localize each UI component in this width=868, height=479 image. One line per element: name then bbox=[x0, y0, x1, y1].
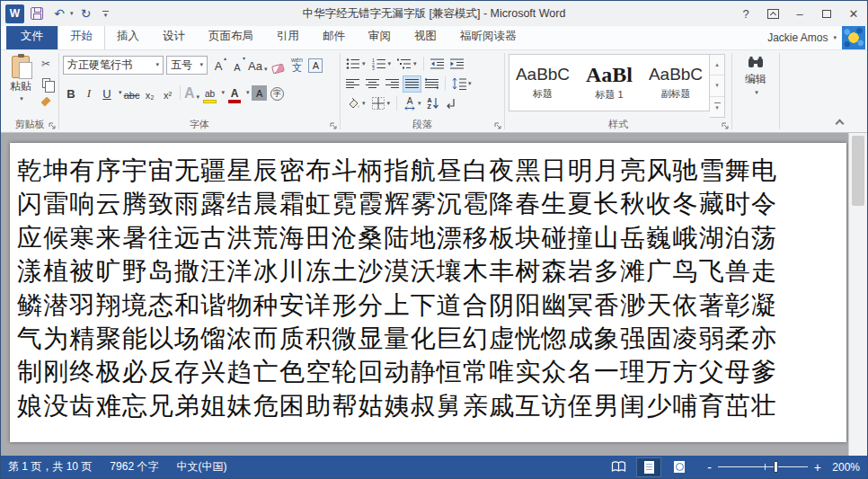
account-area[interactable]: Jackie Amos ▾ bbox=[767, 25, 867, 49]
subscript-button[interactable]: x₂ bbox=[142, 83, 158, 102]
paste-button[interactable]: 粘贴 ▾ bbox=[4, 54, 37, 118]
underline-caret-icon[interactable]: ▾ bbox=[119, 89, 122, 96]
italic-button[interactable]: I bbox=[81, 83, 97, 102]
language-indicator[interactable]: 中文(中国) bbox=[176, 459, 226, 475]
customize-qat-button[interactable]: ▾ bbox=[99, 11, 113, 17]
font-size-combo[interactable]: 五号 ▾ bbox=[166, 56, 208, 75]
character-border-button[interactable]: A bbox=[307, 55, 323, 75]
minimize-button[interactable]: – bbox=[786, 1, 813, 26]
text-effects-button[interactable]: A ▾ bbox=[184, 83, 200, 102]
undo-button[interactable]: ↶ bbox=[49, 4, 69, 23]
styles-scroll-down-button[interactable]: ▾ bbox=[710, 75, 724, 96]
change-case-button[interactable]: Aa ▾ bbox=[248, 55, 267, 75]
highlight-caret-icon[interactable]: ▾ bbox=[222, 89, 226, 96]
redo-button[interactable]: ↻ bbox=[76, 4, 96, 23]
zoom-slider-thumb[interactable] bbox=[774, 461, 778, 473]
bullets-button[interactable]: ▾ bbox=[344, 56, 368, 72]
numbering-button[interactable]: 1 2 3 ▾ bbox=[370, 56, 394, 72]
clear-formatting-button[interactable] bbox=[270, 55, 286, 75]
distributed-button[interactable] bbox=[423, 76, 440, 92]
zoom-out-button[interactable]: - bbox=[707, 461, 712, 474]
page-indicator[interactable]: 第 1 页，共 10 页 bbox=[8, 459, 92, 475]
styles-more-button[interactable]: ▾ bbox=[710, 97, 724, 117]
clipboard-dialog-launcher[interactable] bbox=[49, 122, 57, 130]
asian-layout-button[interactable]: A ▾ bbox=[402, 95, 423, 112]
scrollbar-thumb[interactable] bbox=[852, 136, 864, 206]
align-center-button[interactable] bbox=[364, 76, 381, 92]
tab-file[interactable]: 文件 bbox=[6, 24, 58, 49]
show-hide-marks-button[interactable] bbox=[443, 96, 458, 111]
tab-page-layout[interactable]: 页面布局 bbox=[197, 24, 265, 49]
borders-button[interactable]: ▾ bbox=[370, 95, 393, 111]
undo-dropdown[interactable]: ▾ bbox=[70, 10, 74, 17]
sort-button[interactable]: A Z bbox=[426, 95, 440, 111]
decrease-indent-button[interactable] bbox=[429, 56, 446, 72]
zoom-percentage[interactable]: 200% bbox=[828, 461, 860, 474]
cut-button[interactable]: ✂ bbox=[37, 56, 55, 72]
line-spacing-button[interactable]: ▾ bbox=[450, 75, 474, 92]
align-left-button[interactable] bbox=[344, 76, 361, 92]
tab-references[interactable]: 引用 bbox=[265, 24, 311, 49]
word-count[interactable]: 7962 个字 bbox=[110, 459, 158, 475]
styles-scroll-up-button[interactable]: ▴ bbox=[710, 55, 724, 75]
bold-button[interactable]: B bbox=[63, 83, 79, 102]
editing-button[interactable]: 编辑 ▾ bbox=[736, 54, 775, 118]
multilevel-list-button[interactable]: ▾ bbox=[395, 56, 419, 72]
format-painter-button[interactable] bbox=[37, 93, 55, 110]
paragraph-dialog-launcher[interactable] bbox=[494, 122, 502, 130]
word-app-icon[interactable]: W bbox=[5, 4, 24, 23]
tab-mailings[interactable]: 邮件 bbox=[311, 24, 357, 49]
font-color-button[interactable]: A bbox=[226, 82, 243, 103]
font-color-caret-icon[interactable]: ▾ bbox=[246, 89, 250, 96]
tab-review[interactable]: 审阅 bbox=[357, 24, 403, 49]
document-page[interactable]: 乾坤有序宇宙无疆星辰密布斗柄指航昼白夜黑日明月亮风驰雪舞电 闪雷响云腾致雨露结晨… bbox=[10, 143, 846, 442]
read-mode-button[interactable] bbox=[607, 458, 630, 476]
help-button[interactable]: ? bbox=[732, 1, 759, 26]
tab-insert[interactable]: 插入 bbox=[105, 24, 151, 49]
decrease-indent-icon bbox=[430, 58, 444, 70]
shading-button[interactable]: ▾ bbox=[344, 95, 368, 111]
print-layout-button[interactable] bbox=[637, 458, 660, 476]
vertical-scrollbar[interactable] bbox=[848, 133, 867, 456]
enclose-characters-button[interactable]: 字 bbox=[270, 83, 286, 102]
copy-button[interactable] bbox=[37, 75, 55, 91]
align-right-button[interactable] bbox=[384, 76, 401, 92]
highlight-button[interactable]: ab bbox=[202, 82, 218, 103]
paste-dropdown-icon: ▾ bbox=[20, 95, 23, 102]
save-button[interactable] bbox=[27, 4, 47, 23]
tab-home[interactable]: 开始 bbox=[58, 23, 105, 49]
justify-button[interactable] bbox=[403, 76, 421, 92]
window-title: 中华字经无错字无漏字版 [兼容模式] - Microsoft Word bbox=[303, 1, 566, 26]
underline-button[interactable]: U bbox=[99, 83, 115, 102]
shrink-font-button[interactable]: A ▾ bbox=[229, 55, 245, 75]
phonetic-guide-button[interactable]: wén 文 bbox=[288, 55, 305, 75]
style-subtitle[interactable]: AaBbC 副标题 bbox=[642, 55, 709, 111]
align-left-icon bbox=[346, 78, 359, 90]
superscript-button[interactable]: x² bbox=[160, 83, 176, 102]
tab-view[interactable]: 视图 bbox=[403, 24, 448, 49]
justify-icon bbox=[405, 78, 419, 90]
ribbon-display-options-button[interactable] bbox=[759, 1, 786, 26]
collapse-ribbon-button[interactable] bbox=[837, 118, 844, 125]
styles-dialog-launcher[interactable] bbox=[722, 122, 730, 130]
style-title[interactable]: AaBbC 标题 bbox=[509, 55, 576, 111]
strikethrough-button[interactable]: abc bbox=[124, 83, 140, 102]
character-shading-button[interactable]: A bbox=[252, 83, 268, 102]
redo-icon: ↻ bbox=[81, 6, 92, 21]
grow-font-button[interactable]: A ▴ bbox=[210, 55, 226, 75]
increase-indent-button[interactable] bbox=[448, 56, 465, 72]
styles-gallery-scroll: ▴ ▾ ▾ bbox=[710, 54, 725, 118]
tab-design[interactable]: 设计 bbox=[151, 24, 197, 49]
style-heading1[interactable]: AaBl 标题 1 bbox=[576, 55, 642, 111]
avatar[interactable] bbox=[842, 26, 865, 49]
collapse-ribbon-icon bbox=[836, 120, 845, 129]
web-layout-button[interactable] bbox=[668, 458, 691, 476]
zoom-slider[interactable] bbox=[718, 461, 808, 473]
zoom-in-button[interactable]: + bbox=[814, 461, 821, 474]
style-preview: AaBbC bbox=[649, 65, 703, 84]
tab-foxit-reader[interactable]: 福昕阅读器 bbox=[448, 24, 528, 49]
close-button[interactable]: ✕ bbox=[840, 1, 867, 26]
maximize-button[interactable] bbox=[813, 1, 840, 26]
font-dialog-launcher[interactable] bbox=[330, 122, 338, 130]
font-name-combo[interactable]: 方正硬笔行书 ▾ bbox=[63, 56, 164, 75]
